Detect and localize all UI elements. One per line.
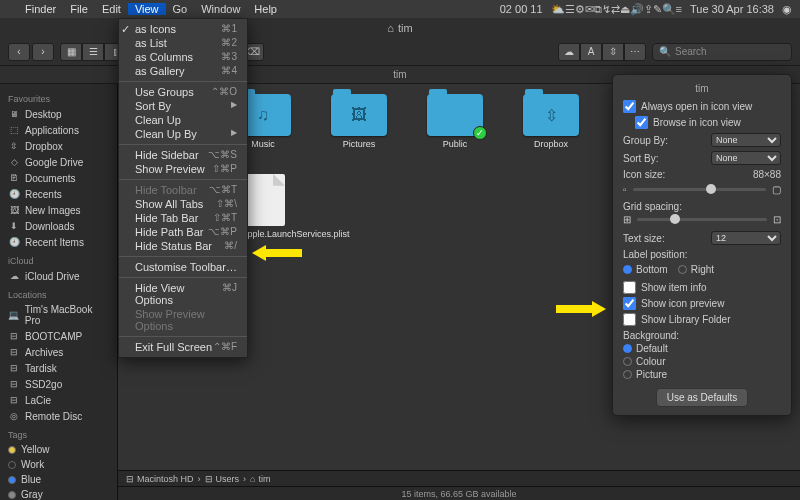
status-icon[interactable]: ☰	[565, 3, 575, 15]
use-as-defaults-button[interactable]: Use as Defaults	[656, 388, 749, 407]
status-icon[interactable]: ⚙	[575, 3, 585, 15]
menu-item[interactable]: Hide View Options⌘J	[119, 281, 247, 307]
sidebar-item[interactable]: ⊟Archives	[0, 344, 117, 360]
menu-item[interactable]: Exit Full Screen⌃⌘F	[119, 340, 247, 354]
show-icon-preview-checkbox[interactable]: Show icon preview	[623, 297, 781, 310]
menu-item[interactable]: as Gallery⌘4	[119, 64, 247, 78]
folder-icon: ✓	[427, 94, 483, 136]
search-input[interactable]: 🔍 Search	[652, 43, 792, 61]
icon-size-slider[interactable]: ▫▢	[623, 184, 781, 195]
sidebar-item[interactable]: ⊟SSD2go	[0, 376, 117, 392]
toolbar-app-3[interactable]: ⋯	[624, 43, 646, 61]
bg-default[interactable]: Default	[623, 343, 781, 354]
status-icon[interactable]: ⇪	[644, 3, 653, 15]
file-item[interactable]: ✓Public	[420, 94, 490, 160]
menu-item[interactable]: Customise Toolbar…	[119, 260, 247, 274]
path-segment[interactable]: ⊟Macintosh HD	[126, 474, 194, 484]
toolbar-app-icons[interactable]: ☁A⇳⋯	[558, 43, 646, 61]
status-icon[interactable]: ⧉	[594, 3, 602, 15]
sidebar-item[interactable]: 🖼New Images	[0, 202, 117, 218]
sidebar-item[interactable]: 🖥Desktop	[0, 106, 117, 122]
menu-item[interactable]: as Icons⌘1	[119, 22, 247, 36]
menu-go[interactable]: Go	[166, 3, 195, 15]
menu-item[interactable]: Clean Up By	[119, 127, 247, 141]
menu-item[interactable]: Sort By	[119, 99, 247, 113]
menu-edit[interactable]: Edit	[95, 3, 128, 15]
view-mode-1[interactable]: ☰	[82, 43, 104, 61]
sidebar-item[interactable]: ◎Remote Disc	[0, 408, 117, 424]
view-options-panel[interactable]: tim Always open in icon view Browse in i…	[612, 74, 792, 416]
toolbar-app-1[interactable]: A	[580, 43, 602, 61]
view-menu-dropdown[interactable]: as Icons⌘1as List⌘2as Columns⌘3as Galler…	[118, 18, 248, 358]
group-by-select[interactable]: None	[711, 133, 781, 147]
back-button[interactable]: ‹	[8, 43, 30, 61]
sidebar-item[interactable]: ⊟BOOTCAMP	[0, 328, 117, 344]
sidebar-item[interactable]: ⇳Dropbox	[0, 138, 117, 154]
menu-item[interactable]: Clean Up	[119, 113, 247, 127]
status-icon[interactable]: ✉	[585, 3, 594, 15]
sidebar-item[interactable]: 🖹Documents	[0, 170, 117, 186]
menu-item[interactable]: Use Groups⌃⌘O	[119, 85, 247, 99]
sidebar-icon	[8, 491, 16, 499]
menu-file[interactable]: File	[63, 3, 95, 15]
label-pos-right[interactable]: Right	[678, 264, 714, 275]
toolbar-app-0[interactable]: ☁	[558, 43, 580, 61]
file-item[interactable]: ⇳Dropbox	[516, 94, 586, 160]
siri-icon[interactable]: ◉	[782, 3, 792, 16]
annotation-arrow-2	[556, 300, 606, 318]
path-segment[interactable]: ⊟Users	[205, 474, 240, 484]
always-open-checkbox[interactable]: Always open in icon view	[623, 100, 781, 113]
status-icon[interactable]: 🔊	[630, 3, 644, 15]
menu-view[interactable]: View	[128, 3, 166, 15]
view-mode-0[interactable]: ▦	[60, 43, 82, 61]
sidebar-item[interactable]: ☁iCloud Drive	[0, 268, 117, 284]
sidebar-item[interactable]: Blue	[0, 472, 117, 487]
sidebar-item[interactable]: 💻Tim's MacBook Pro	[0, 302, 117, 328]
menu-item[interactable]: as Columns⌘3	[119, 50, 247, 64]
status-icon[interactable]: ≡	[676, 3, 682, 15]
status-icon[interactable]: ⇄	[611, 3, 620, 15]
sort-by-select[interactable]: None	[711, 151, 781, 165]
sidebar-item[interactable]: 🕘Recent Items	[0, 234, 117, 250]
label-pos-bottom[interactable]: Bottom	[623, 264, 668, 275]
sidebar-item[interactable]: ◇Google Drive	[0, 154, 117, 170]
show-library-checkbox[interactable]: Show Library Folder	[623, 313, 781, 326]
grid-spacing-slider[interactable]: ⊞⊡	[623, 214, 781, 225]
status-icon[interactable]: ⛅	[551, 3, 565, 15]
text-size-select[interactable]: 12	[711, 231, 781, 245]
menu-item[interactable]: Hide Tab Bar⇧⌘T	[119, 211, 247, 225]
browse-checkbox[interactable]: Browse in icon view	[635, 116, 781, 129]
show-item-info-checkbox[interactable]: Show item info	[623, 281, 781, 294]
sidebar-item[interactable]: 🕘Recents	[0, 186, 117, 202]
forward-button[interactable]: ›	[32, 43, 54, 61]
menu-item[interactable]: Hide Status Bar⌘/	[119, 239, 247, 253]
grid-tight-icon: ⊞	[623, 214, 631, 225]
bg-colour[interactable]: Colour	[623, 356, 781, 367]
sidebar-item[interactable]: ⊟LaCie	[0, 392, 117, 408]
file-item[interactable]: 🖼Pictures	[324, 94, 394, 160]
sidebar-item[interactable]: Work	[0, 457, 117, 472]
menu-item[interactable]: Hide Path Bar⌥⌘P	[119, 225, 247, 239]
tab-label[interactable]: tim	[393, 69, 406, 80]
menu-window[interactable]: Window	[194, 3, 247, 15]
finder-sidebar[interactable]: Favourites🖥Desktop⬚Applications⇳Dropbox◇…	[0, 84, 118, 500]
menu-finder[interactable]: Finder	[18, 3, 63, 15]
menu-help[interactable]: Help	[247, 3, 284, 15]
toolbar-app-2[interactable]: ⇳	[602, 43, 624, 61]
status-icon[interactable]: ⏏	[620, 3, 630, 15]
status-icon[interactable]: ✎	[653, 3, 662, 15]
sidebar-item[interactable]: ⬇Downloads	[0, 218, 117, 234]
status-icon[interactable]: ↯	[602, 3, 611, 15]
bg-picture[interactable]: Picture	[623, 369, 781, 380]
sidebar-item[interactable]: ⬚Applications	[0, 122, 117, 138]
status-icon[interactable]: 🔍	[662, 3, 676, 15]
menu-item[interactable]: Hide Sidebar⌥⌘S	[119, 148, 247, 162]
path-bar[interactable]: ⊟Macintosh HD›⊟Users›⌂tim	[118, 470, 800, 486]
menu-item[interactable]: as List⌘2	[119, 36, 247, 50]
path-segment[interactable]: ⌂tim	[250, 474, 270, 484]
menu-item[interactable]: Show All Tabs⇧⌘\	[119, 197, 247, 211]
sidebar-item[interactable]: ⊟Tardisk	[0, 360, 117, 376]
menu-item[interactable]: Show Preview⇧⌘P	[119, 162, 247, 176]
sidebar-item[interactable]: Yellow	[0, 442, 117, 457]
sidebar-item[interactable]: Gray	[0, 487, 117, 500]
